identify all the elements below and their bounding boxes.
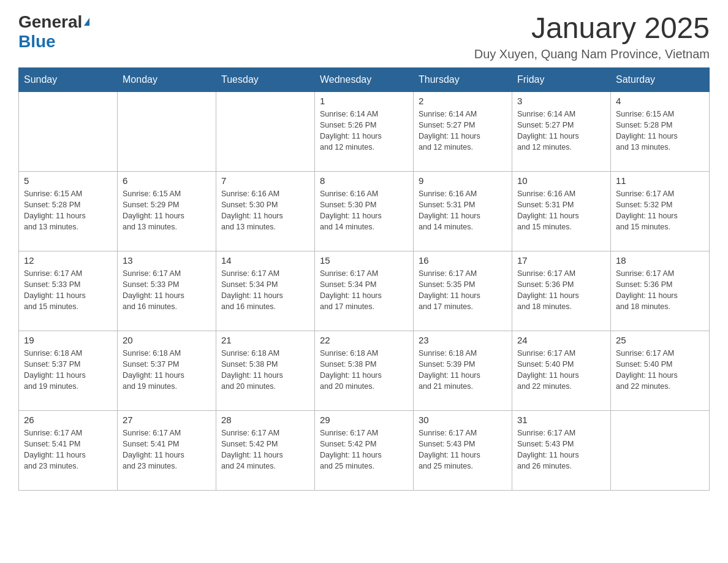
day-number: 25 [616, 335, 704, 345]
calendar-cell: 7Sunrise: 6:16 AM Sunset: 5:30 PM Daylig… [216, 171, 315, 251]
main-title: January 2025 [474, 12, 710, 45]
day-info: Sunrise: 6:16 AM Sunset: 5:30 PM Dayligh… [221, 188, 309, 233]
day-info: Sunrise: 6:17 AM Sunset: 5:34 PM Dayligh… [320, 268, 408, 313]
calendar-cell: 12Sunrise: 6:17 AM Sunset: 5:33 PM Dayli… [19, 251, 118, 331]
calendar-cell: 24Sunrise: 6:17 AM Sunset: 5:40 PM Dayli… [512, 331, 611, 410]
day-number: 15 [320, 255, 408, 266]
calendar-cell [216, 91, 315, 171]
column-header-tuesday: Tuesday [216, 67, 315, 91]
logo-general-text: General [18, 12, 82, 32]
day-info: Sunrise: 6:17 AM Sunset: 5:40 PM Dayligh… [517, 348, 605, 393]
calendar-cell: 15Sunrise: 6:17 AM Sunset: 5:34 PM Dayli… [315, 251, 414, 331]
day-info: Sunrise: 6:14 AM Sunset: 5:27 PM Dayligh… [419, 109, 507, 153]
calendar-cell [19, 91, 118, 171]
day-info: Sunrise: 6:18 AM Sunset: 5:38 PM Dayligh… [320, 348, 408, 393]
day-number: 11 [616, 175, 704, 186]
day-info: Sunrise: 6:18 AM Sunset: 5:37 PM Dayligh… [24, 348, 112, 393]
day-info: Sunrise: 6:17 AM Sunset: 5:34 PM Dayligh… [221, 268, 309, 313]
day-info: Sunrise: 6:17 AM Sunset: 5:43 PM Dayligh… [419, 427, 507, 472]
calendar-cell: 27Sunrise: 6:17 AM Sunset: 5:41 PM Dayli… [118, 410, 216, 490]
day-info: Sunrise: 6:18 AM Sunset: 5:37 PM Dayligh… [123, 348, 211, 393]
calendar-cell: 3Sunrise: 6:14 AM Sunset: 5:27 PM Daylig… [512, 91, 611, 171]
calendar-cell: 1Sunrise: 6:14 AM Sunset: 5:26 PM Daylig… [315, 91, 414, 171]
day-number: 4 [616, 96, 704, 106]
day-info: Sunrise: 6:15 AM Sunset: 5:29 PM Dayligh… [123, 188, 211, 233]
day-number: 24 [517, 335, 605, 345]
calendar-cell: 18Sunrise: 6:17 AM Sunset: 5:36 PM Dayli… [611, 251, 710, 331]
day-info: Sunrise: 6:17 AM Sunset: 5:41 PM Dayligh… [24, 427, 112, 472]
calendar-cell: 9Sunrise: 6:16 AM Sunset: 5:31 PM Daylig… [414, 171, 512, 251]
day-number: 3 [517, 96, 605, 106]
day-number: 1 [320, 96, 408, 106]
subtitle: Duy Xuyen, Quang Nam Province, Vietnam [474, 47, 710, 61]
day-info: Sunrise: 6:17 AM Sunset: 5:41 PM Dayligh… [123, 427, 211, 472]
day-number: 18 [616, 255, 704, 266]
calendar-cell: 20Sunrise: 6:18 AM Sunset: 5:37 PM Dayli… [118, 331, 216, 410]
day-info: Sunrise: 6:15 AM Sunset: 5:28 PM Dayligh… [616, 109, 704, 153]
day-info: Sunrise: 6:17 AM Sunset: 5:36 PM Dayligh… [616, 268, 704, 313]
calendar-cell: 14Sunrise: 6:17 AM Sunset: 5:34 PM Dayli… [216, 251, 315, 331]
calendar-cell: 21Sunrise: 6:18 AM Sunset: 5:38 PM Dayli… [216, 331, 315, 410]
calendar-week-row: 5Sunrise: 6:15 AM Sunset: 5:28 PM Daylig… [19, 171, 710, 251]
header: General Blue January 2025 Duy Xuyen, Qua… [18, 12, 710, 61]
calendar-cell: 5Sunrise: 6:15 AM Sunset: 5:28 PM Daylig… [19, 171, 118, 251]
day-number: 26 [24, 415, 112, 425]
calendar-cell: 6Sunrise: 6:15 AM Sunset: 5:29 PM Daylig… [118, 171, 216, 251]
day-info: Sunrise: 6:17 AM Sunset: 5:40 PM Dayligh… [616, 348, 704, 393]
calendar-week-row: 1Sunrise: 6:14 AM Sunset: 5:26 PM Daylig… [19, 91, 710, 171]
day-info: Sunrise: 6:17 AM Sunset: 5:33 PM Dayligh… [123, 268, 211, 313]
day-info: Sunrise: 6:15 AM Sunset: 5:28 PM Dayligh… [24, 188, 112, 233]
day-info: Sunrise: 6:16 AM Sunset: 5:31 PM Dayligh… [419, 188, 507, 233]
day-number: 19 [24, 335, 112, 345]
day-info: Sunrise: 6:16 AM Sunset: 5:30 PM Dayligh… [320, 188, 408, 233]
calendar-cell [611, 410, 710, 490]
calendar-cell: 19Sunrise: 6:18 AM Sunset: 5:37 PM Dayli… [19, 331, 118, 410]
calendar-cell: 17Sunrise: 6:17 AM Sunset: 5:36 PM Dayli… [512, 251, 611, 331]
day-info: Sunrise: 6:17 AM Sunset: 5:43 PM Dayligh… [517, 427, 605, 472]
day-number: 17 [517, 255, 605, 266]
calendar-week-row: 19Sunrise: 6:18 AM Sunset: 5:37 PM Dayli… [19, 331, 710, 410]
calendar-cell: 31Sunrise: 6:17 AM Sunset: 5:43 PM Dayli… [512, 410, 611, 490]
day-number: 31 [517, 415, 605, 425]
day-info: Sunrise: 6:14 AM Sunset: 5:27 PM Dayligh… [517, 109, 605, 153]
day-info: Sunrise: 6:14 AM Sunset: 5:26 PM Dayligh… [320, 109, 408, 153]
day-number: 14 [221, 255, 309, 266]
day-number: 13 [123, 255, 211, 266]
day-info: Sunrise: 6:18 AM Sunset: 5:39 PM Dayligh… [419, 348, 507, 393]
column-header-sunday: Sunday [19, 67, 118, 91]
day-info: Sunrise: 6:17 AM Sunset: 5:32 PM Dayligh… [616, 188, 704, 233]
day-info: Sunrise: 6:16 AM Sunset: 5:31 PM Dayligh… [517, 188, 605, 233]
day-number: 2 [419, 96, 507, 106]
calendar-cell: 16Sunrise: 6:17 AM Sunset: 5:35 PM Dayli… [414, 251, 512, 331]
column-header-friday: Friday [512, 67, 611, 91]
calendar-table: SundayMondayTuesdayWednesdayThursdayFrid… [18, 67, 710, 491]
day-number: 7 [221, 175, 309, 186]
calendar-cell [118, 91, 216, 171]
calendar-week-row: 26Sunrise: 6:17 AM Sunset: 5:41 PM Dayli… [19, 410, 710, 490]
day-number: 16 [419, 255, 507, 266]
day-number: 30 [419, 415, 507, 425]
calendar-cell: 26Sunrise: 6:17 AM Sunset: 5:41 PM Dayli… [19, 410, 118, 490]
day-info: Sunrise: 6:17 AM Sunset: 5:42 PM Dayligh… [221, 427, 309, 472]
calendar-cell: 30Sunrise: 6:17 AM Sunset: 5:43 PM Dayli… [414, 410, 512, 490]
calendar-cell: 28Sunrise: 6:17 AM Sunset: 5:42 PM Dayli… [216, 410, 315, 490]
calendar-cell: 13Sunrise: 6:17 AM Sunset: 5:33 PM Dayli… [118, 251, 216, 331]
calendar-cell: 8Sunrise: 6:16 AM Sunset: 5:30 PM Daylig… [315, 171, 414, 251]
day-info: Sunrise: 6:17 AM Sunset: 5:33 PM Dayligh… [24, 268, 112, 313]
day-number: 27 [123, 415, 211, 425]
day-number: 8 [320, 175, 408, 186]
column-header-saturday: Saturday [611, 67, 710, 91]
logo-triangle-icon [84, 18, 89, 26]
day-info: Sunrise: 6:17 AM Sunset: 5:42 PM Dayligh… [320, 427, 408, 472]
day-number: 20 [123, 335, 211, 345]
day-info: Sunrise: 6:17 AM Sunset: 5:36 PM Dayligh… [517, 268, 605, 313]
calendar-header-row: SundayMondayTuesdayWednesdayThursdayFrid… [19, 67, 710, 91]
day-number: 28 [221, 415, 309, 425]
day-number: 23 [419, 335, 507, 345]
calendar-cell: 11Sunrise: 6:17 AM Sunset: 5:32 PM Dayli… [611, 171, 710, 251]
logo: General Blue [18, 12, 89, 52]
calendar-week-row: 12Sunrise: 6:17 AM Sunset: 5:33 PM Dayli… [19, 251, 710, 331]
logo-blue-text: Blue [18, 32, 56, 51]
column-header-thursday: Thursday [414, 67, 512, 91]
day-number: 5 [24, 175, 112, 186]
